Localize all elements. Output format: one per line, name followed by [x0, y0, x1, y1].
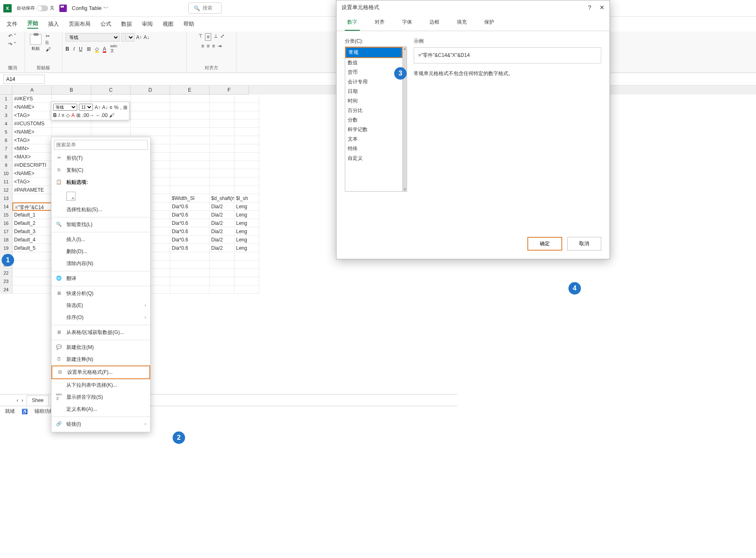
cell[interactable]: [234, 103, 259, 111]
cell[interactable]: Leng: [234, 211, 259, 219]
align-left-icon[interactable]: ≡: [201, 43, 204, 49]
cell[interactable]: Dia/2: [210, 244, 234, 252]
row-header[interactable]: 14: [0, 202, 12, 211]
cancel-button[interactable]: 取消: [567, 237, 601, 251]
cell[interactable]: Dia/2: [210, 227, 234, 236]
cell[interactable]: $l_sh: [234, 194, 259, 202]
cell[interactable]: Dia*0.6: [170, 244, 210, 252]
cm-smart-lookup[interactable]: 🔍智能查找(L): [51, 219, 150, 231]
cell[interactable]: <NAME>: [12, 128, 52, 136]
row-header[interactable]: 19: [0, 244, 12, 252]
cell[interactable]: [210, 153, 234, 161]
row-header[interactable]: 6: [0, 136, 12, 144]
cell[interactable]: <NAME>: [12, 169, 52, 178]
row-header[interactable]: 22: [0, 269, 12, 277]
mini-fill-icon[interactable]: ◇: [66, 112, 70, 118]
category-list[interactable]: 常规 数值 货币 会计专用 日期 时间 百分比 分数 科学记数 文本 特殊 自定…: [345, 46, 403, 192]
cell[interactable]: $d_shaft(m: [210, 194, 234, 202]
cell[interactable]: [12, 261, 52, 269]
row-header[interactable]: 11: [0, 178, 12, 186]
cell[interactable]: [12, 285, 52, 294]
increase-decimal-icon[interactable]: ←.00: [96, 112, 108, 118]
ok-button[interactable]: 确定: [527, 237, 562, 251]
menu-data[interactable]: 数据: [121, 20, 132, 28]
align-middle-icon[interactable]: ≡: [205, 33, 211, 41]
cell[interactable]: [131, 128, 170, 136]
cell[interactable]: [210, 111, 234, 119]
cell[interactable]: <TAG>: [12, 111, 52, 119]
sheet-nav-next-icon[interactable]: ›: [22, 397, 23, 403]
cell[interactable]: Leng: [234, 219, 259, 227]
sheet-nav-prev-icon[interactable]: ‹: [17, 397, 18, 403]
cell[interactable]: [210, 169, 234, 178]
category-custom[interactable]: 自定义: [345, 154, 402, 163]
cm-link[interactable]: 🔗链接(I)›: [51, 418, 150, 430]
align-top-icon[interactable]: ⊤: [198, 33, 202, 41]
row-header[interactable]: 13: [0, 194, 12, 202]
cell[interactable]: [131, 95, 170, 103]
row-header[interactable]: 9: [0, 161, 12, 169]
category-scientific[interactable]: 科学记数: [345, 125, 402, 134]
row-header[interactable]: 3: [0, 111, 12, 119]
menu-home[interactable]: 开始: [27, 19, 38, 29]
cell[interactable]: Default_2: [12, 219, 52, 227]
grow-font-icon[interactable]: A↑: [136, 34, 142, 40]
cm-format-cells[interactable]: ⊟设置单元格格式(F)...: [51, 366, 150, 379]
cell[interactable]: <MIN>: [12, 144, 52, 153]
format-painter-icon[interactable]: 🖌: [109, 112, 114, 118]
category-time[interactable]: 时间: [345, 96, 402, 106]
cell[interactable]: [12, 277, 52, 285]
search-box[interactable]: 🔍 搜索: [188, 2, 222, 14]
cm-quick-analysis[interactable]: ⊞快速分析(Q): [51, 288, 150, 300]
sheet-tab[interactable]: Shee: [27, 395, 49, 405]
cm-show-pinyin[interactable]: wén文显示拼音字段(S): [51, 391, 150, 403]
cell[interactable]: [170, 285, 210, 294]
cell[interactable]: [210, 128, 234, 136]
row-header[interactable]: 24: [0, 285, 12, 294]
cell[interactable]: [12, 252, 52, 261]
border-icon[interactable]: ⊞: [123, 105, 127, 110]
cell[interactable]: [210, 277, 234, 285]
cell[interactable]: [170, 128, 210, 136]
col-header-d[interactable]: D: [131, 85, 170, 95]
cell[interactable]: [170, 119, 210, 128]
grow-font-icon[interactable]: A↑: [95, 105, 100, 110]
underline-button[interactable]: U: [79, 46, 83, 52]
row-header[interactable]: 8: [0, 153, 12, 161]
cell[interactable]: [170, 144, 210, 153]
align-icon[interactable]: ≡: [61, 112, 64, 118]
cm-delete[interactable]: 删除(D)...: [51, 246, 150, 258]
row-header[interactable]: 1: [0, 95, 12, 103]
cell[interactable]: [210, 144, 234, 153]
menu-formulas[interactable]: 公式: [100, 20, 111, 28]
cell[interactable]: [131, 103, 170, 111]
cell[interactable]: [170, 103, 210, 111]
cell[interactable]: [91, 119, 131, 128]
copy-icon[interactable]: ⎘: [46, 40, 51, 46]
tab-border[interactable]: 边框: [427, 15, 442, 31]
cell[interactable]: [210, 136, 234, 144]
cell[interactable]: <TAG>: [12, 178, 52, 186]
cell[interactable]: Dia*0.6: [170, 219, 210, 227]
menu-view[interactable]: 视图: [163, 20, 173, 28]
cm-copy[interactable]: ⎘复制(C): [51, 164, 150, 176]
row-header[interactable]: 17: [0, 227, 12, 236]
cell[interactable]: [234, 186, 259, 194]
cell[interactable]: [234, 95, 259, 103]
tab-protection[interactable]: 保护: [482, 15, 497, 31]
col-header-c[interactable]: C: [91, 85, 131, 95]
col-header-f[interactable]: F: [210, 85, 249, 95]
context-search-input[interactable]: [54, 140, 148, 150]
cell[interactable]: Dia/2: [210, 211, 234, 219]
row-header[interactable]: 18: [0, 236, 12, 244]
cell[interactable]: [52, 119, 91, 128]
category-fraction[interactable]: 分数: [345, 115, 402, 125]
category-date[interactable]: 日期: [345, 87, 402, 96]
cell[interactable]: [234, 269, 259, 277]
mini-border-icon[interactable]: ⊞: [76, 112, 80, 118]
cell[interactable]: [170, 277, 210, 285]
cell[interactable]: [170, 186, 210, 194]
toggle-switch-icon[interactable]: [37, 5, 48, 11]
cell[interactable]: [210, 95, 234, 103]
category-text[interactable]: 文本: [345, 134, 402, 144]
